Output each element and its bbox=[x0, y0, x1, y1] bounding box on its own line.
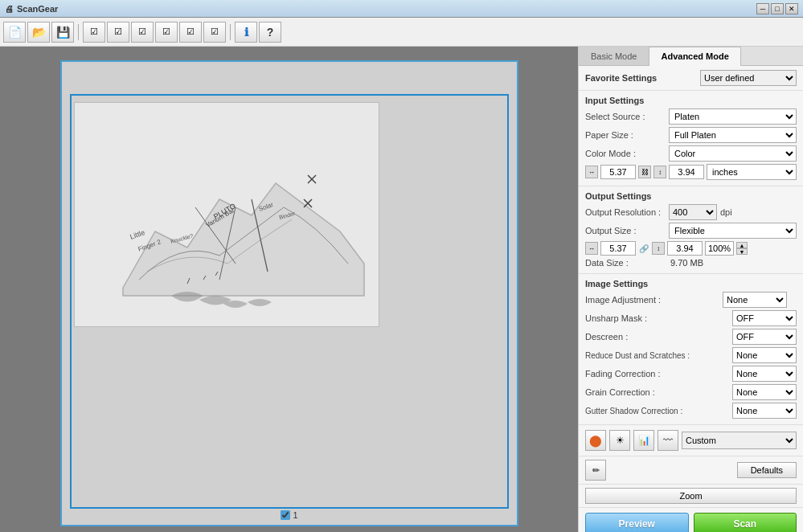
spin-down-button[interactable]: ▼ bbox=[736, 248, 748, 255]
zoom-button[interactable]: Zoom bbox=[585, 488, 797, 504]
toolbar-separator bbox=[78, 24, 79, 40]
input-width-field[interactable] bbox=[600, 165, 636, 179]
color-mode-select[interactable]: Color bbox=[669, 145, 797, 162]
output-settings-title: Output Settings bbox=[585, 191, 797, 201]
defaults-button[interactable]: Defaults bbox=[737, 462, 797, 478]
histogram-button[interactable]: 📊 bbox=[633, 430, 654, 451]
image-adjustment-select[interactable]: None bbox=[723, 292, 787, 308]
check4-button[interactable]: ☑ bbox=[155, 22, 178, 43]
color-wheel-button[interactable]: ⬤ bbox=[585, 430, 606, 451]
output-size-label: Output Size : bbox=[585, 226, 666, 235]
link-icon: ⛓ bbox=[638, 166, 651, 178]
unsharp-mask-label: Unsharp Mask : bbox=[585, 313, 729, 323]
tab-basic-mode[interactable]: Basic Mode bbox=[579, 47, 649, 65]
fading-select[interactable]: None bbox=[732, 366, 797, 382]
fading-label: Fading Correction : bbox=[585, 369, 729, 379]
curve-tool-button[interactable]: ✏ bbox=[585, 460, 606, 481]
output-resolution-label: Output Resolution : bbox=[585, 207, 666, 217]
output-resolution-row: Output Resolution : 400 dpi bbox=[585, 204, 797, 220]
color-mode-label: Color Mode : bbox=[585, 149, 666, 158]
output-spinner[interactable]: ▲ ▼ bbox=[736, 242, 748, 255]
tab-bar: Basic Mode Advanced Mode bbox=[579, 47, 803, 66]
help-button[interactable]: ? bbox=[259, 22, 281, 43]
grain-label: Grain Correction : bbox=[585, 387, 729, 397]
curve-defaults-row: ✏ Defaults bbox=[579, 456, 803, 485]
title-bar-controls[interactable]: ─ □ ✕ bbox=[756, 3, 798, 14]
check2-button[interactable]: ☑ bbox=[107, 22, 129, 43]
sketch-svg: Little Finger 2 Knuckle? Varium Bar PLUT… bbox=[75, 103, 379, 327]
preview-button[interactable]: Preview bbox=[585, 513, 689, 532]
descreen-select[interactable]: OFF bbox=[732, 329, 797, 345]
tab-advanced-mode[interactable]: Advanced Mode bbox=[649, 47, 740, 66]
scan-area: Little Finger 2 Knuckle? Varium Bar PLUT… bbox=[0, 47, 578, 532]
title-bar: 🖨 ScanGear ─ □ ✕ bbox=[0, 0, 803, 18]
check6-button[interactable]: ☑ bbox=[203, 22, 226, 43]
title-bar-title: 🖨 ScanGear bbox=[5, 4, 58, 14]
output-resolution-select[interactable]: 400 bbox=[669, 204, 717, 220]
toolbar-separator2 bbox=[230, 24, 231, 40]
info-button[interactable]: ℹ bbox=[235, 22, 257, 43]
check1-button[interactable]: ☑ bbox=[83, 22, 105, 43]
curve-button[interactable]: 〰 bbox=[658, 430, 678, 451]
image-adjustment-row: Image Adjustment : None bbox=[585, 292, 797, 308]
page-number: 1 bbox=[280, 510, 297, 520]
input-height-field[interactable] bbox=[669, 165, 704, 179]
action-buttons-row: Preview Scan bbox=[579, 508, 803, 532]
scan-image: Little Finger 2 Knuckle? Varium Bar PLUT… bbox=[74, 102, 379, 327]
width-icon: ↔ bbox=[585, 166, 598, 178]
image-settings-title: Image Settings bbox=[585, 279, 797, 289]
check3-button[interactable]: ☑ bbox=[131, 22, 154, 43]
open-button[interactable]: 📂 bbox=[27, 22, 50, 43]
image-settings-section: Image Settings Image Adjustment : None U… bbox=[579, 274, 803, 425]
resolution-unit: dpi bbox=[720, 207, 732, 217]
reduce-dust-row: Reduce Dust and Scratches : None bbox=[585, 347, 797, 363]
brightness-button[interactable]: ☀ bbox=[609, 430, 630, 451]
paper-size-select[interactable]: Full Platen bbox=[669, 127, 797, 143]
output-settings-section: Output Settings Output Resolution : 400 … bbox=[579, 186, 803, 274]
data-size-row: Data Size : 9.70 MB bbox=[585, 258, 797, 268]
spin-up-button[interactable]: ▲ bbox=[736, 242, 748, 248]
save-button[interactable]: 💾 bbox=[51, 22, 74, 43]
custom-select[interactable]: Custom bbox=[682, 432, 797, 449]
data-size-label: Data Size : bbox=[585, 258, 666, 268]
check5-button[interactable]: ☑ bbox=[179, 22, 202, 43]
select-source-row: Select Source : Platen bbox=[585, 108, 797, 125]
output-percent-field[interactable] bbox=[705, 241, 734, 256]
gutter-shadow-row: Gutter Shadow Correction : None bbox=[585, 403, 797, 419]
new-button[interactable]: 📄 bbox=[3, 22, 26, 43]
zoom-row: Zoom bbox=[579, 485, 803, 508]
bottom-tools-row: ⬤ ☀ 📊 〰 Custom bbox=[579, 425, 803, 456]
paper-size-label: Paper Size : bbox=[585, 130, 666, 140]
descreen-row: Descreen : OFF bbox=[585, 329, 797, 345]
select-source-select[interactable]: Platen bbox=[669, 108, 797, 125]
main-layout: Little Finger 2 Knuckle? Varium Bar PLUT… bbox=[0, 47, 803, 532]
reduce-dust-label: Reduce Dust and Scratches : bbox=[585, 351, 729, 360]
favorite-settings-label: Favorite Settings bbox=[585, 73, 695, 83]
output-size-row: Output Size : Flexible bbox=[585, 223, 797, 239]
output-size-select[interactable]: Flexible bbox=[669, 223, 797, 239]
output-height-field[interactable] bbox=[667, 241, 703, 256]
paper-size-row: Paper Size : Full Platen bbox=[585, 127, 797, 143]
gutter-select[interactable]: None bbox=[732, 403, 797, 419]
input-settings-section: Input Settings Select Source : Platen Pa… bbox=[579, 91, 803, 186]
close-button[interactable]: ✕ bbox=[785, 3, 798, 14]
scan-button[interactable]: Scan bbox=[694, 513, 797, 532]
output-height-icon: ↕ bbox=[652, 242, 665, 255]
output-width-field[interactable] bbox=[600, 241, 636, 256]
fading-correction-row: Fading Correction : None bbox=[585, 366, 797, 382]
output-width-icon: ↔ bbox=[585, 242, 598, 255]
reduce-dust-select[interactable]: None bbox=[732, 347, 797, 363]
maximize-button[interactable]: □ bbox=[771, 3, 784, 14]
color-mode-row: Color Mode : Color bbox=[585, 145, 797, 162]
grain-select[interactable]: None bbox=[732, 384, 797, 400]
page-checkbox[interactable] bbox=[280, 510, 289, 520]
favorite-settings-row: Favorite Settings User defined bbox=[579, 66, 803, 91]
output-dimensions-row: ↔ 🔗 ↕ ▲ ▼ bbox=[585, 241, 797, 256]
data-size-value: 9.70 MB bbox=[670, 258, 703, 268]
favorite-settings-select[interactable]: User defined bbox=[700, 70, 797, 86]
unsharp-mask-select[interactable]: OFF bbox=[732, 310, 797, 326]
minimize-button[interactable]: ─ bbox=[756, 3, 769, 14]
image-adjustment-label: Image Adjustment : bbox=[585, 295, 719, 305]
select-source-label: Select Source : bbox=[585, 112, 666, 121]
unit-select[interactable]: inches bbox=[707, 164, 797, 180]
